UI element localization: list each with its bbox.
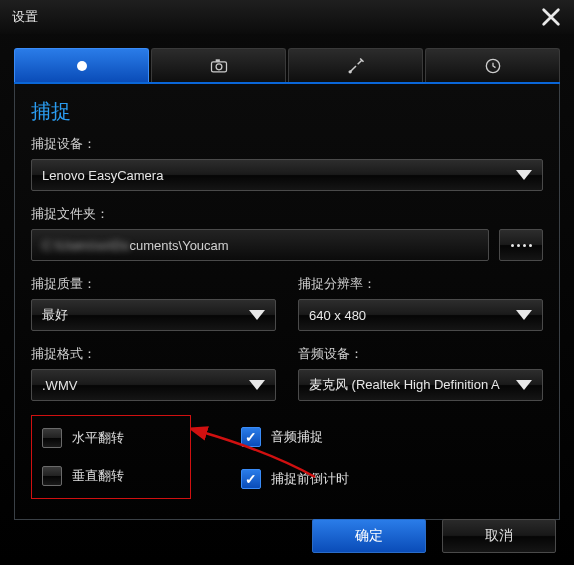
chevron-down-icon bbox=[249, 380, 265, 390]
window-title: 设置 bbox=[12, 9, 38, 26]
svg-rect-3 bbox=[215, 59, 219, 62]
tab-bar bbox=[14, 48, 560, 84]
folder-path-visible: cuments\Youcam bbox=[129, 238, 228, 253]
titlebar: 设置 bbox=[0, 0, 574, 34]
folder-label: 捕捉文件夹： bbox=[31, 205, 543, 223]
device-select[interactable]: Lenovo EasyCamera bbox=[31, 159, 543, 191]
resolution-value: 640 x 480 bbox=[309, 308, 366, 323]
dot-icon bbox=[523, 244, 526, 247]
countdown-checkbox[interactable] bbox=[241, 469, 261, 489]
dot-icon bbox=[529, 244, 532, 247]
tools-icon bbox=[346, 56, 366, 76]
tab-camera[interactable] bbox=[151, 48, 286, 82]
tab-capture[interactable] bbox=[14, 48, 149, 82]
quality-select[interactable]: 最好 bbox=[31, 299, 276, 331]
resolution-label: 捕捉分辨率： bbox=[298, 275, 543, 293]
svg-point-2 bbox=[216, 63, 222, 69]
chevron-down-icon bbox=[249, 310, 265, 320]
browse-button[interactable] bbox=[499, 229, 543, 261]
audio-device-select[interactable]: 麦克风 (Realtek High Definition A bbox=[298, 369, 543, 401]
audio-capture-label: 音频捕捉 bbox=[271, 428, 323, 446]
dot-icon bbox=[517, 244, 520, 247]
dialog-footer: 确定 取消 bbox=[312, 519, 556, 553]
tab-time[interactable] bbox=[425, 48, 560, 82]
hflip-checkbox[interactable] bbox=[42, 428, 62, 448]
cancel-button[interactable]: 取消 bbox=[442, 519, 556, 553]
audio-device-value: 麦克风 (Realtek High Definition A bbox=[309, 376, 500, 394]
close-icon bbox=[540, 6, 562, 28]
right-checks: 音频捕捉 捕捉前倒计时 bbox=[213, 415, 543, 499]
folder-path-hidden: C:\Users\xx\Do bbox=[42, 238, 129, 253]
ok-label: 确定 bbox=[355, 527, 383, 545]
quality-label: 捕捉质量： bbox=[31, 275, 276, 293]
close-button[interactable] bbox=[538, 4, 564, 30]
svg-point-4 bbox=[348, 70, 351, 73]
record-icon bbox=[72, 56, 92, 76]
ok-button[interactable]: 确定 bbox=[312, 519, 426, 553]
format-value: .WMV bbox=[42, 378, 77, 393]
vflip-label: 垂直翻转 bbox=[72, 467, 124, 485]
format-label: 捕捉格式： bbox=[31, 345, 276, 363]
audio-capture-checkbox[interactable] bbox=[241, 427, 261, 447]
resolution-select[interactable]: 640 x 480 bbox=[298, 299, 543, 331]
folder-path: C:\Users\xx\Documents\Youcam bbox=[31, 229, 489, 261]
chevron-down-icon bbox=[516, 310, 532, 320]
svg-point-0 bbox=[77, 61, 87, 71]
flip-group-highlight: 水平翻转 垂直翻转 bbox=[31, 415, 191, 499]
camera-icon bbox=[209, 56, 229, 76]
device-value: Lenovo EasyCamera bbox=[42, 168, 163, 183]
chevron-down-icon bbox=[516, 380, 532, 390]
section-title: 捕捉 bbox=[31, 98, 543, 125]
settings-window: 设置 捕捉 捕捉设备： Lenovo EasyCamera 捕捉文件夹： bbox=[0, 0, 574, 565]
cancel-label: 取消 bbox=[485, 527, 513, 545]
hflip-label: 水平翻转 bbox=[72, 429, 124, 447]
countdown-label: 捕捉前倒计时 bbox=[271, 470, 349, 488]
dot-icon bbox=[511, 244, 514, 247]
clock-icon bbox=[483, 56, 503, 76]
tab-tools[interactable] bbox=[288, 48, 423, 82]
quality-value: 最好 bbox=[42, 306, 68, 324]
chevron-down-icon bbox=[516, 170, 532, 180]
device-label: 捕捉设备： bbox=[31, 135, 543, 153]
capture-panel: 捕捉 捕捉设备： Lenovo EasyCamera 捕捉文件夹： C:\Use… bbox=[14, 84, 560, 520]
audio-device-label: 音频设备： bbox=[298, 345, 543, 363]
vflip-checkbox[interactable] bbox=[42, 466, 62, 486]
format-select[interactable]: .WMV bbox=[31, 369, 276, 401]
